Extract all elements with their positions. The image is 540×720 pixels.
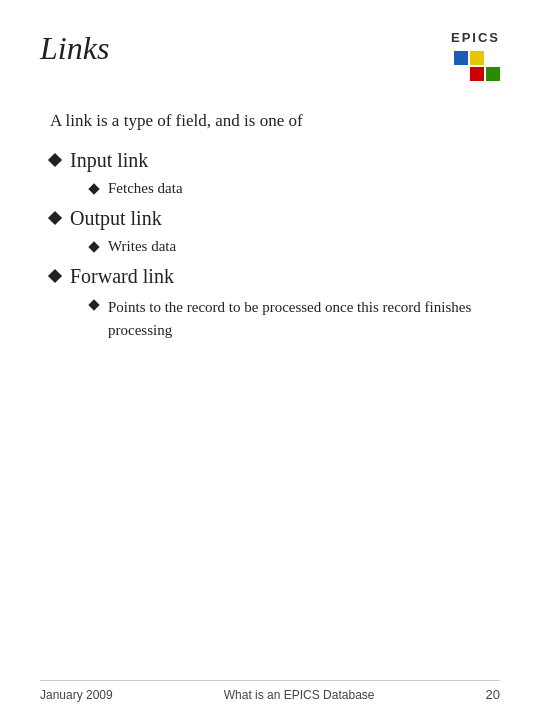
footer-page-number: 20 bbox=[486, 687, 500, 702]
diamond-icon-sub-1 bbox=[88, 183, 99, 194]
diamond-icon-sub-3 bbox=[88, 299, 99, 310]
logo-square-yellow bbox=[470, 51, 484, 65]
epics-logo: EPICS bbox=[451, 30, 500, 81]
forward-desc-label: Points to the record to be processed onc… bbox=[108, 296, 500, 341]
input-link-subs: Fetches data bbox=[90, 180, 500, 197]
footer-subtitle: What is an EPICS Database bbox=[224, 688, 375, 702]
diamond-icon-1 bbox=[48, 153, 62, 167]
writes-data-bullet: Writes data bbox=[90, 238, 500, 255]
diamond-icon-2 bbox=[48, 211, 62, 225]
logo-square-empty2 bbox=[454, 67, 468, 81]
fetches-data-bullet: Fetches data bbox=[90, 180, 500, 197]
slide-title: Links bbox=[40, 30, 109, 67]
logo-square-empty1 bbox=[486, 51, 500, 65]
intro-text: A link is a type of field, and is one of bbox=[50, 111, 500, 131]
footer-date: January 2009 bbox=[40, 688, 113, 702]
logo-square-red bbox=[470, 67, 484, 81]
slide-header: Links EPICS bbox=[40, 30, 500, 81]
logo-square-blue bbox=[454, 51, 468, 65]
input-link-label: Input link bbox=[70, 149, 148, 172]
fetches-data-label: Fetches data bbox=[108, 180, 183, 197]
epics-logo-squares bbox=[454, 51, 500, 81]
logo-square-green bbox=[486, 67, 500, 81]
forward-desc-bullet: Points to the record to be processed onc… bbox=[90, 296, 500, 341]
forward-link-label: Forward link bbox=[70, 265, 174, 288]
diamond-icon-3 bbox=[48, 269, 62, 283]
bullet-forward-link: Forward link bbox=[50, 265, 500, 288]
slide-footer: January 2009 What is an EPICS Database 2… bbox=[40, 680, 500, 702]
bullet-input-link: Input link bbox=[50, 149, 500, 172]
epics-logo-text: EPICS bbox=[451, 30, 500, 45]
output-link-label: Output link bbox=[70, 207, 162, 230]
diamond-icon-sub-2 bbox=[88, 241, 99, 252]
bullet-output-link: Output link bbox=[50, 207, 500, 230]
output-link-subs: Writes data bbox=[90, 238, 500, 255]
forward-link-subs: Points to the record to be processed onc… bbox=[90, 296, 500, 341]
slide-content: A link is a type of field, and is one of… bbox=[40, 111, 500, 341]
slide-page: Links EPICS A link is a type of field, a… bbox=[0, 0, 540, 720]
writes-data-label: Writes data bbox=[108, 238, 176, 255]
